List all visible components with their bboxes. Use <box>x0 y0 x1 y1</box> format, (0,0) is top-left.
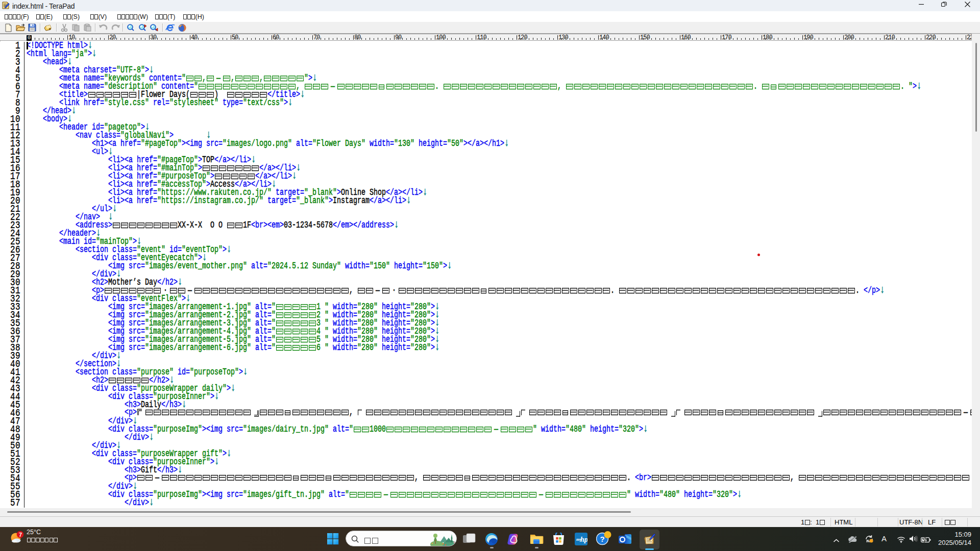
svg-text:7: 7 <box>19 532 22 538</box>
svg-text:A: A <box>881 535 887 542</box>
svg-text:?: ? <box>600 535 605 543</box>
svg-text:hp: hp <box>580 536 587 543</box>
